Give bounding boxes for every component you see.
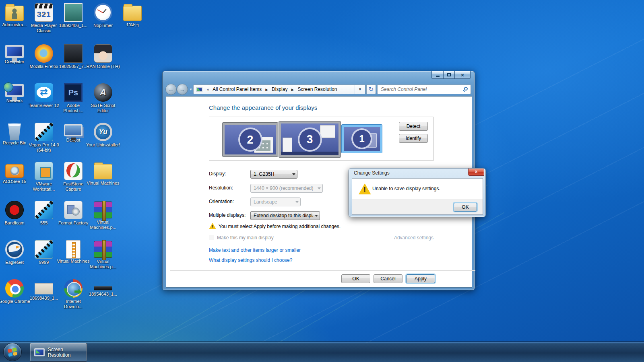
window-caption-buttons: × xyxy=(432,71,471,79)
start-button[interactable] xyxy=(3,343,22,361)
minimize-button[interactable] xyxy=(431,71,444,79)
breadcrumb-item-display[interactable]: Display xyxy=(271,86,288,92)
breadcrumb-dropdown-icon[interactable]: ▼ xyxy=(355,85,365,94)
display-dropdown[interactable]: 1. G235H xyxy=(250,170,297,179)
desktop-icon-dexpot[interactable]: Dexpot xyxy=(56,123,90,143)
detect-button[interactable]: Detect xyxy=(399,122,428,131)
apply-button[interactable]: Apply xyxy=(406,274,435,283)
advanced-settings-link[interactable]: Advanced settings xyxy=(392,235,433,241)
desktop-icon-mozilla-firefox[interactable]: Mozilla Firefox xyxy=(27,44,61,69)
dialog-body: ! Unable to save display settings. OK xyxy=(352,178,483,215)
rar-icon xyxy=(94,241,112,258)
vegas-icon xyxy=(35,201,53,219)
desktop-icon-vegas-pro-14-0-64-bit[interactable]: Vegas Pro 14.0 (64-bit) xyxy=(27,123,61,153)
warning-icon: ! xyxy=(209,223,216,229)
desktop-icon-your-unin-staller[interactable]: YuYour Unin-staller! xyxy=(86,123,120,148)
monitor-number: 1 xyxy=(353,130,371,148)
scite-icon: A xyxy=(94,83,112,102)
desktop-icon-555[interactable]: 555 xyxy=(27,201,61,226)
dialog-close-button[interactable]: × xyxy=(468,169,484,176)
breadcrumb-items: All Control Panel Items▶Display▶Screen R… xyxy=(212,86,338,92)
dialog-ok-button[interactable]: OK xyxy=(454,203,477,212)
chevron-down-icon xyxy=(294,200,300,205)
desktop-icon-label: Internet Downlo... xyxy=(56,299,90,309)
breadcrumb-separator-icon: ▶ xyxy=(265,88,268,92)
chevron-down-icon xyxy=(291,172,297,177)
breadcrumb-overflow-chevron[interactable]: « xyxy=(207,87,209,92)
multiple-displays-dropdown[interactable]: Extend desktop to this display xyxy=(250,211,320,220)
desktop-icon-19025057-7[interactable]: 19025057_7... xyxy=(56,44,90,69)
zipdoc-icon xyxy=(66,240,80,259)
desktop-icon-virtual-machines[interactable]: Virtual Machines xyxy=(56,240,90,264)
desktop-icon-label: 19025057_7... xyxy=(56,64,90,69)
desktop: Administra...321Media Player Classic1889… xyxy=(0,0,644,362)
photo-dark-icon xyxy=(64,44,83,63)
monitor-number: 3 xyxy=(299,129,320,150)
desktop-icon-18893406-1[interactable]: 18893406_1... xyxy=(56,3,90,28)
monitor-1-selected[interactable]: 1 xyxy=(342,125,382,153)
desktop-icon-label: Format Factory xyxy=(56,220,90,226)
monitor-3[interactable]: 3 xyxy=(279,121,341,157)
desktop-icon-scite-script-editor[interactable]: ASciTE Script Editor xyxy=(86,83,120,113)
desktop-icon-label: NopTimer xyxy=(86,23,120,28)
desktop-icon-virtual-machines-p[interactable]: Virtual Machines.p... xyxy=(86,240,120,269)
page-title: Change the appearance of your displays xyxy=(209,104,317,111)
dropdown-value: 1. G235H xyxy=(251,171,291,177)
recent-pages-dropdown-icon[interactable]: ▼ xyxy=(189,88,192,91)
identify-button[interactable]: Identify xyxy=(399,134,428,143)
desktop-icon-vmware-workstati[interactable]: VMware Workstati... xyxy=(27,162,61,192)
folder-icon xyxy=(123,6,142,21)
resolution-dropdown[interactable]: 1440 × 900 (recommended) xyxy=(250,184,323,193)
desktop-icon-label: รวมๆๆ xyxy=(116,22,149,27)
monitor-2[interactable]: 2 xyxy=(223,123,278,156)
desktop-icon-adobe-photosh[interactable]: PsAdobe Photosh... xyxy=(56,83,90,113)
desktop-icon-virtual-machines-p[interactable]: Virtual Machines.p... xyxy=(86,201,120,230)
desktop-icon-[interactable]: รวมๆๆ xyxy=(116,3,149,27)
desktop-icon-18698439-1[interactable]: 18698439_1... xyxy=(27,279,61,301)
icon-glyph: Ps xyxy=(65,84,81,101)
display-settings-help-link[interactable]: What display settings should I choose? xyxy=(209,257,292,263)
desktop-icon-9999[interactable]: 9999 xyxy=(27,240,61,265)
field-label-resolution: Resolution: xyxy=(209,185,233,191)
search-input[interactable] xyxy=(378,85,471,94)
desktop-icon-noptimer[interactable]: NopTimer xyxy=(86,3,120,28)
desktop-icon-teamviewer-12[interactable]: ⇄TeamViewer 12 xyxy=(27,83,61,108)
ok-button[interactable]: OK xyxy=(341,274,370,283)
refresh-button[interactable]: ↻ xyxy=(366,84,376,94)
desktop-icon-virtual-machines[interactable]: Virtual Machines xyxy=(86,162,120,186)
taskbar-button-screen-resolution[interactable]: Screen Resolution xyxy=(30,343,87,362)
ran-icon xyxy=(94,44,112,63)
desktop-icon-label: Your Unin-staller! xyxy=(86,142,120,148)
desktop-icon-ran-online-th[interactable]: RAN Online (TH) xyxy=(86,44,120,69)
search-box xyxy=(377,84,471,94)
make-text-larger-link[interactable]: Make text and other items larger or smal… xyxy=(209,247,301,253)
desktop-icon-label: Virtual Machines xyxy=(86,181,120,186)
main-display-checkbox[interactable] xyxy=(209,235,214,240)
breadcrumb-item-screen-resolution[interactable]: Screen Resolution xyxy=(297,86,338,92)
monitor-arrangement-box: 231 Detect Identify xyxy=(209,117,433,161)
desktop-icon-label: SciTE Script Editor xyxy=(86,103,120,113)
dialog-message: Unable to save display settings. xyxy=(372,186,440,191)
desktop-icon-label: Vegas Pro 14.0 (64-bit) xyxy=(27,142,61,153)
desktop-icon-label: VMware Workstati... xyxy=(27,181,61,192)
ps-icon: Ps xyxy=(64,83,83,102)
warning-icon: ! xyxy=(359,183,371,194)
desktop-icon-label: 9999 xyxy=(27,260,61,265)
chevron-down-icon xyxy=(313,213,320,218)
desktop-icon-faststone-capture[interactable]: FastStone Capture xyxy=(56,162,90,192)
photo-teal-icon xyxy=(64,3,83,22)
desktop-icon-label: 18954643_1... xyxy=(86,292,120,297)
clock-icon xyxy=(94,3,112,22)
desktop-icon-18954643-1[interactable]: 18954643_1... xyxy=(86,279,120,297)
desktop-icon-media-player-classic[interactable]: 321Media Player Classic xyxy=(27,3,61,33)
back-button[interactable]: ← xyxy=(165,84,177,95)
breadcrumb-item-all-control-panel-items[interactable]: All Control Panel Items xyxy=(212,86,262,92)
orientation-dropdown[interactable]: Landscape xyxy=(250,197,301,206)
forward-button[interactable]: → xyxy=(177,84,188,95)
desktop-icon-internet-downlo[interactable]: Internet Downlo... xyxy=(56,279,90,309)
cancel-button[interactable]: Cancel xyxy=(374,274,402,283)
desktop-icon-format-factory[interactable]: Format Factory xyxy=(56,201,90,226)
maximize-button[interactable] xyxy=(443,71,455,79)
faststone-icon xyxy=(64,162,83,180)
close-button[interactable]: × xyxy=(454,71,471,79)
